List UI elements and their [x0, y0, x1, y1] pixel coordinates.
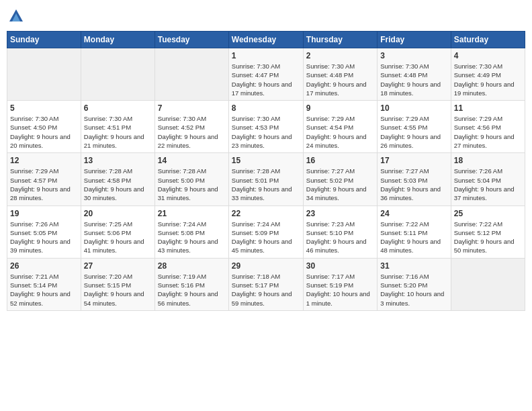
calendar-cell — [7, 48, 81, 101]
day-info: Sunrise: 7:28 AMSunset: 4:58 PMDaylight:… — [84, 167, 152, 202]
day-info: Sunrise: 7:26 AMSunset: 5:05 PMDaylight:… — [10, 220, 78, 255]
calendar-cell: 17Sunrise: 7:27 AMSunset: 5:03 PMDayligh… — [378, 153, 451, 205]
day-header-wednesday: Wednesday — [228, 32, 303, 48]
day-info: Sunrise: 7:17 AMSunset: 5:19 PMDaylight:… — [306, 272, 374, 308]
calendar-cell: 8Sunrise: 7:30 AMSunset: 4:53 PMDaylight… — [228, 101, 303, 153]
day-info: Sunrise: 7:20 AMSunset: 5:15 PMDaylight:… — [84, 272, 152, 308]
day-info: Sunrise: 7:27 AMSunset: 5:02 PMDaylight:… — [306, 167, 374, 202]
day-header-tuesday: Tuesday — [154, 32, 228, 48]
day-number: 23 — [306, 209, 374, 218]
day-info: Sunrise: 7:29 AMSunset: 4:54 PMDaylight:… — [306, 114, 374, 150]
calendar-cell: 6Sunrise: 7:30 AMSunset: 4:51 PMDaylight… — [81, 101, 154, 153]
day-number: 12 — [10, 156, 78, 165]
calendar-cell: 24Sunrise: 7:22 AMSunset: 5:11 PMDayligh… — [378, 205, 451, 258]
calendar-cell: 4Sunrise: 7:30 AMSunset: 4:49 PMDaylight… — [451, 48, 525, 101]
day-info: Sunrise: 7:28 AMSunset: 5:01 PMDaylight:… — [232, 167, 300, 202]
day-number: 21 — [158, 209, 226, 218]
calendar-cell: 25Sunrise: 7:22 AMSunset: 5:12 PMDayligh… — [451, 205, 525, 258]
calendar-cell: 2Sunrise: 7:30 AMSunset: 4:48 PMDaylight… — [303, 48, 377, 101]
day-number: 17 — [380, 156, 447, 165]
day-number: 27 — [84, 261, 152, 271]
day-number: 4 — [454, 51, 522, 60]
calendar-cell: 22Sunrise: 7:24 AMSunset: 5:09 PMDayligh… — [228, 205, 303, 258]
calendar-week-4: 19Sunrise: 7:26 AMSunset: 5:05 PMDayligh… — [7, 205, 525, 258]
calendar-cell — [81, 48, 154, 101]
day-number: 19 — [10, 209, 78, 218]
calendar-cell: 15Sunrise: 7:28 AMSunset: 5:01 PMDayligh… — [228, 153, 303, 205]
day-number: 10 — [380, 103, 447, 113]
day-number: 9 — [306, 103, 374, 113]
calendar-cell: 12Sunrise: 7:29 AMSunset: 4:57 PMDayligh… — [7, 153, 81, 205]
day-number: 31 — [380, 261, 447, 271]
day-number: 16 — [306, 156, 374, 165]
day-info: Sunrise: 7:22 AMSunset: 5:12 PMDaylight:… — [454, 220, 522, 255]
day-info: Sunrise: 7:29 AMSunset: 4:56 PMDaylight:… — [454, 114, 522, 150]
calendar-cell: 16Sunrise: 7:27 AMSunset: 5:02 PMDayligh… — [303, 153, 377, 205]
day-number: 6 — [84, 103, 152, 113]
calendar-cell: 20Sunrise: 7:25 AMSunset: 5:06 PMDayligh… — [81, 205, 154, 258]
day-info: Sunrise: 7:30 AMSunset: 4:51 PMDaylight:… — [84, 114, 152, 150]
calendar-cell: 29Sunrise: 7:18 AMSunset: 5:17 PMDayligh… — [228, 258, 303, 310]
calendar-cell: 14Sunrise: 7:28 AMSunset: 5:00 PMDayligh… — [154, 153, 228, 205]
day-info: Sunrise: 7:21 AMSunset: 5:14 PMDaylight:… — [10, 272, 78, 308]
calendar-cell: 13Sunrise: 7:28 AMSunset: 4:58 PMDayligh… — [81, 153, 154, 205]
day-info: Sunrise: 7:26 AMSunset: 5:04 PMDaylight:… — [454, 167, 522, 202]
logo-icon — [7, 7, 26, 26]
day-info: Sunrise: 7:30 AMSunset: 4:49 PMDaylight:… — [454, 62, 522, 97]
day-header-thursday: Thursday — [303, 32, 377, 48]
day-info: Sunrise: 7:30 AMSunset: 4:50 PMDaylight:… — [10, 114, 78, 150]
day-number: 5 — [10, 103, 78, 113]
calendar-cell — [451, 258, 525, 310]
day-info: Sunrise: 7:30 AMSunset: 4:52 PMDaylight:… — [158, 114, 226, 150]
day-info: Sunrise: 7:19 AMSunset: 5:16 PMDaylight:… — [158, 272, 226, 308]
day-number: 11 — [454, 103, 522, 113]
day-info: Sunrise: 7:30 AMSunset: 4:47 PMDaylight:… — [232, 62, 300, 97]
day-number: 30 — [306, 261, 374, 271]
day-number: 7 — [158, 103, 226, 113]
day-info: Sunrise: 7:29 AMSunset: 4:57 PMDaylight:… — [10, 167, 78, 202]
calendar-cell: 1Sunrise: 7:30 AMSunset: 4:47 PMDaylight… — [228, 48, 303, 101]
calendar-header-row: SundayMondayTuesdayWednesdayThursdayFrid… — [7, 32, 525, 48]
calendar-cell: 30Sunrise: 7:17 AMSunset: 5:19 PMDayligh… — [303, 258, 377, 310]
day-number: 20 — [84, 209, 152, 218]
day-info: Sunrise: 7:30 AMSunset: 4:48 PMDaylight:… — [306, 62, 374, 97]
calendar-cell: 5Sunrise: 7:30 AMSunset: 4:50 PMDaylight… — [7, 101, 81, 153]
calendar-cell: 7Sunrise: 7:30 AMSunset: 4:52 PMDaylight… — [154, 101, 228, 153]
day-number: 2 — [306, 51, 374, 60]
day-info: Sunrise: 7:18 AMSunset: 5:17 PMDaylight:… — [232, 272, 300, 308]
calendar-week-2: 5Sunrise: 7:30 AMSunset: 4:50 PMDaylight… — [7, 101, 525, 153]
day-number: 26 — [10, 261, 78, 271]
day-info: Sunrise: 7:16 AMSunset: 5:20 PMDaylight:… — [380, 272, 447, 308]
calendar-cell: 9Sunrise: 7:29 AMSunset: 4:54 PMDaylight… — [303, 101, 377, 153]
day-number: 29 — [232, 261, 300, 271]
day-header-sunday: Sunday — [7, 32, 81, 48]
calendar-cell: 28Sunrise: 7:19 AMSunset: 5:16 PMDayligh… — [154, 258, 228, 310]
calendar-week-3: 12Sunrise: 7:29 AMSunset: 4:57 PMDayligh… — [7, 153, 525, 205]
page: SundayMondayTuesdayWednesdayThursdayFrid… — [0, 0, 532, 411]
day-number: 8 — [232, 103, 300, 113]
day-info: Sunrise: 7:29 AMSunset: 4:55 PMDaylight:… — [380, 114, 447, 150]
day-number: 1 — [232, 51, 300, 60]
calendar-cell: 11Sunrise: 7:29 AMSunset: 4:56 PMDayligh… — [451, 101, 525, 153]
day-number: 25 — [454, 209, 522, 218]
day-info: Sunrise: 7:30 AMSunset: 4:53 PMDaylight:… — [232, 114, 300, 150]
day-info: Sunrise: 7:30 AMSunset: 4:48 PMDaylight:… — [380, 62, 447, 97]
day-number: 18 — [454, 156, 522, 165]
day-number: 14 — [158, 156, 226, 165]
day-info: Sunrise: 7:25 AMSunset: 5:06 PMDaylight:… — [84, 220, 152, 255]
day-header-monday: Monday — [81, 32, 154, 48]
day-info: Sunrise: 7:22 AMSunset: 5:11 PMDaylight:… — [380, 220, 447, 255]
day-number: 15 — [232, 156, 300, 165]
calendar: SundayMondayTuesdayWednesdayThursdayFrid… — [7, 31, 525, 311]
calendar-cell: 3Sunrise: 7:30 AMSunset: 4:48 PMDaylight… — [378, 48, 451, 101]
header — [7, 7, 525, 26]
calendar-cell: 10Sunrise: 7:29 AMSunset: 4:55 PMDayligh… — [378, 101, 451, 153]
day-header-friday: Friday — [378, 32, 451, 48]
day-header-saturday: Saturday — [451, 32, 525, 48]
day-number: 22 — [232, 209, 300, 218]
day-info: Sunrise: 7:28 AMSunset: 5:00 PMDaylight:… — [158, 167, 226, 202]
day-info: Sunrise: 7:27 AMSunset: 5:03 PMDaylight:… — [380, 167, 447, 202]
logo — [7, 7, 28, 26]
calendar-cell: 23Sunrise: 7:23 AMSunset: 5:10 PMDayligh… — [303, 205, 377, 258]
calendar-cell: 21Sunrise: 7:24 AMSunset: 5:08 PMDayligh… — [154, 205, 228, 258]
